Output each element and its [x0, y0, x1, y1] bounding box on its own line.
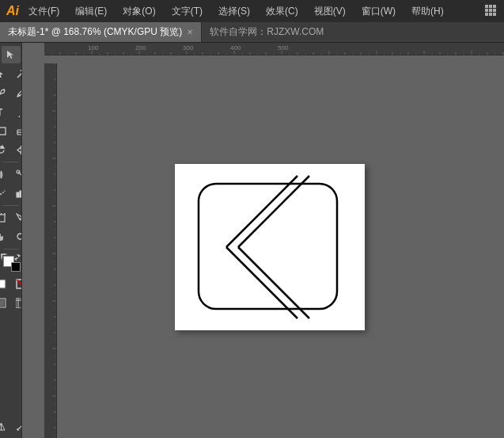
- tab-active[interactable]: 未标题-1* @ 168.76% (CMYK/GPU 预览) ✕: [0, 22, 202, 42]
- menu-help[interactable]: 帮助(H): [408, 3, 447, 20]
- tool-separator-3: [3, 249, 19, 249]
- tool-rotate[interactable]: [0, 141, 10, 158]
- svg-point-22: [4, 190, 6, 192]
- tool-eraser[interactable]: [11, 122, 22, 139]
- tool-fill-rect[interactable]: [0, 275, 10, 292]
- main-area: T T: [0, 43, 504, 438]
- tool-direct-select[interactable]: [0, 65, 10, 82]
- svg-line-174: [238, 247, 309, 318]
- menu-bar: 文件(F) 编辑(E) 对象(O) 文字(T) 选择(S) 效果(C) 视图(V…: [25, 3, 498, 20]
- canvas-area: 100 200 300 400 500: [22, 43, 504, 438]
- tool-pencil[interactable]: [11, 84, 22, 101]
- title-bar: Ai 文件(F) 编辑(E) 对象(O) 文字(T) 选择(S) 效果(C) 视…: [0, 0, 504, 22]
- tool-hand[interactable]: [0, 228, 10, 246]
- tool-row-type: T T: [0, 103, 22, 120]
- ruler-left: [44, 63, 57, 438]
- svg-rect-170: [199, 184, 337, 309]
- tool-normal-view[interactable]: [0, 294, 10, 311]
- tool-perspective[interactable]: [0, 417, 10, 435]
- svg-rect-26: [0, 215, 5, 222]
- tool-reflect[interactable]: [11, 141, 22, 158]
- tool-type-vertical[interactable]: T: [11, 103, 22, 120]
- svg-line-7: [18, 94, 20, 96]
- svg-point-21: [2, 192, 4, 193]
- svg-rect-45: [0, 300, 4, 306]
- svg-point-20: [0, 192, 2, 194]
- tool-row-chart: [0, 185, 22, 202]
- artwork-svg: [175, 164, 365, 330]
- svg-text:200: 200: [135, 44, 146, 51]
- tool-row-pen: [0, 84, 22, 101]
- svg-text:100: 100: [88, 44, 99, 51]
- svg-rect-53: [44, 43, 504, 55]
- tool-row-fill-mode: [0, 275, 22, 292]
- toolbar: T T: [0, 43, 22, 438]
- menu-effect[interactable]: 效果(C): [263, 3, 301, 20]
- bottom-tools: [0, 417, 22, 435]
- artboard: [175, 164, 365, 330]
- svg-point-6: [3, 89, 5, 90]
- svg-rect-41: [0, 280, 6, 288]
- svg-rect-119: [44, 63, 57, 438]
- tool-row-shape: [0, 122, 22, 139]
- tool-type[interactable]: T: [0, 103, 10, 120]
- swap-colors-icon: [14, 254, 21, 261]
- tool-magic-wand[interactable]: [11, 65, 22, 82]
- menu-object[interactable]: 对象(O): [119, 3, 158, 20]
- svg-text:300: 300: [183, 44, 194, 51]
- tab-secondary[interactable]: 软件自学网：RJZXW.COM: [202, 22, 332, 42]
- svg-text:T: T: [0, 107, 3, 117]
- svg-rect-46: [16, 298, 23, 308]
- tool-width[interactable]: [0, 166, 10, 183]
- menu-view[interactable]: 视图(V): [311, 3, 349, 20]
- tab-secondary-label: 软件自学网：RJZXW.COM: [210, 25, 324, 39]
- tool-stroke-rect[interactable]: [11, 275, 22, 292]
- menu-file[interactable]: 文件(F): [25, 3, 63, 20]
- menu-type[interactable]: 文字(T): [169, 3, 206, 20]
- svg-line-43: [17, 280, 23, 288]
- tool-blend[interactable]: [11, 166, 22, 183]
- tool-separator-1: [3, 162, 19, 162]
- layout-button[interactable]: [485, 5, 498, 17]
- tool-row-navigate: [0, 228, 22, 246]
- svg-text:500: 500: [278, 44, 289, 51]
- color-swatches[interactable]: ↺: [2, 254, 21, 272]
- tab-bar: 未标题-1* @ 168.76% (CMYK/GPU 预览) ✕ 软件自学网：R…: [0, 22, 504, 43]
- tool-row-artboard: [0, 209, 22, 227]
- svg-line-172: [226, 247, 297, 318]
- tool-row-shaper: [0, 166, 22, 183]
- tool-slice[interactable]: [11, 209, 22, 227]
- svg-marker-13: [1, 146, 4, 148]
- background-color-swatch[interactable]: [11, 262, 21, 272]
- tool-row-transform: [0, 141, 22, 158]
- tool-measure[interactable]: [11, 417, 22, 435]
- tool-row-view-mode: [0, 294, 22, 311]
- menu-edit[interactable]: 编辑(E): [72, 3, 110, 20]
- tool-pen[interactable]: [0, 84, 10, 101]
- tool-zoom[interactable]: [11, 228, 22, 246]
- svg-rect-10: [0, 128, 6, 135]
- svg-line-2: [21, 70, 21, 71]
- tool-row-perspective: [0, 417, 22, 435]
- menu-select[interactable]: 选择(S): [215, 3, 253, 20]
- svg-rect-23: [17, 192, 19, 197]
- svg-text:T: T: [16, 116, 21, 117]
- svg-text:400: 400: [230, 44, 241, 51]
- tool-artboard[interactable]: [0, 209, 10, 227]
- menu-window[interactable]: 窗口(W): [358, 3, 399, 20]
- tool-rectangle[interactable]: [0, 122, 10, 139]
- tool-row-1: [0, 65, 22, 82]
- tool-select[interactable]: [2, 46, 21, 63]
- svg-line-173: [238, 176, 309, 247]
- svg-line-171: [226, 176, 297, 247]
- tool-separator-2: [3, 205, 19, 206]
- tool-symbol[interactable]: [0, 185, 10, 202]
- ruler-top: 100 200 300 400 500: [44, 43, 504, 55]
- tool-column-chart[interactable]: [11, 185, 22, 202]
- tab-close-icon[interactable]: ✕: [187, 28, 193, 36]
- ai-logo: Ai: [6, 4, 19, 18]
- tab-active-label: 未标题-1* @ 168.76% (CMYK/GPU 预览): [8, 25, 182, 39]
- tool-screen-view[interactable]: [11, 294, 22, 311]
